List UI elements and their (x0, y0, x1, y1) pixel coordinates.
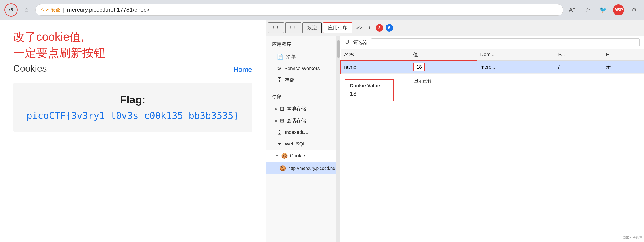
settings-button[interactable]: ⚙ (628, 4, 640, 16)
sidebar-item-cookie-label: Cookie (290, 153, 305, 159)
sidebar-item-storage-app-label: 存储 (285, 77, 294, 84)
annotation-line2: 一定要点刷新按钮 (13, 46, 105, 59)
devtools-body: 应用程序 📄 清单 ⚙ Service Workers 🗄 存储 存储 ▶ (266, 36, 644, 242)
flag-label: Flag: (26, 94, 239, 106)
sidebar-item-cookie-url-label: http://mercury.picoctf.ne (288, 166, 335, 171)
refresh-button[interactable]: ↺ (345, 39, 350, 46)
info-badge: 6 (386, 24, 393, 32)
cookie-value-label: Cookie Value (350, 83, 389, 88)
sidebar-item-websql[interactable]: 🗄 Web SQL (266, 138, 336, 150)
expand-arrow-cookie: ▼ (275, 154, 279, 158)
sidebar-item-storage-app[interactable]: 🗄 存储 (266, 74, 336, 86)
table-row[interactable]: name 18 merc... / 余 (341, 60, 644, 74)
tab-application-label: 应用程序 (328, 24, 347, 31)
security-warning-text: 不安全 (46, 7, 60, 13)
add-tab-button[interactable]: + (366, 24, 374, 32)
home-link[interactable]: Home (234, 66, 252, 74)
localstorage-icon: ⊞ (280, 106, 284, 112)
col-header-value: 值 (410, 49, 477, 60)
devtools-tabs: ⬚ ⬚ 欢迎 应用程序 >> + 2 6 (266, 20, 644, 36)
manifest-icon: 📄 (277, 54, 284, 60)
devtools-main: ↺ 筛选器 名称 值 Dom... P... E (340, 36, 644, 242)
col-header-path: P... (555, 49, 603, 60)
reload-button[interactable]: ↺ (4, 3, 18, 16)
tab-inspector[interactable]: ⬚ (268, 22, 284, 33)
devtools-sidebar: 应用程序 📄 清单 ⚙ Service Workers 🗄 存储 存储 ▶ (266, 36, 336, 242)
cookie-table: 名称 值 Dom... P... E name 18 (340, 49, 644, 74)
sidebar-item-manifest-label: 清单 (286, 54, 296, 60)
url-text: mercury.picoctf.net:17781/check (67, 6, 149, 13)
devtools-panel: ⬚ ⬚ 欢迎 应用程序 >> + 2 6 应用程序 📄 清单 (266, 20, 644, 242)
annotation-line1: 改了cookie值, (13, 30, 84, 43)
expand-arrow-local: ▶ (274, 106, 278, 111)
reader-mode-button[interactable]: Aᴬ (566, 4, 578, 16)
sidebar-divider (266, 88, 336, 88)
favorites-button[interactable]: ☆ (582, 4, 593, 16)
sidebar-item-localstorage[interactable]: ▶ ⊞ 本地存储 (266, 103, 336, 115)
home-button[interactable]: ⌂ (21, 4, 32, 16)
sidebar-item-serviceworkers[interactable]: ⚙ Service Workers (266, 63, 336, 74)
cookie-url-icon: 🍪 (280, 165, 286, 171)
indexeddb-icon: 🗄 (277, 129, 282, 136)
address-bar: ⚠ 不安全 | mercury.picoctf.net:17781/check (35, 4, 563, 16)
csdn-watermark: CSDN 号码牌 (623, 236, 642, 240)
main-area: 改了cookie值, 一定要点刷新按钮 Cookies Home Flag: p… (0, 20, 644, 242)
cookie-value-panel: Cookie Value 18 (345, 79, 394, 101)
sidebar-item-indexeddb-label: IndexedDB (285, 130, 309, 135)
flag-value: picoCTF{3v3ry1_l0v3s_c00k135_bb3b3535} (26, 110, 239, 121)
col-header-extra: E (603, 49, 644, 60)
separator: | (63, 7, 64, 13)
page-content: 改了cookie值, 一定要点刷新按钮 Cookies Home Flag: p… (0, 20, 266, 242)
browser-actions: Aᴬ ☆ 🐦 ABP ⚙ (566, 4, 640, 16)
sidebar-item-sessionstorage-label: 会话存储 (286, 117, 306, 124)
col-header-name: 名称 (341, 49, 410, 60)
cookie-value-text: 18 (350, 90, 389, 98)
sidebar-item-localstorage-label: 本地存储 (286, 106, 306, 112)
console-icon: ⬚ (290, 24, 296, 31)
sidebar-item-sessionstorage[interactable]: ▶ ⊞ 会话存储 (266, 115, 336, 127)
tab-welcome-label: 欢迎 (307, 24, 317, 31)
sidebar-item-serviceworkers-label: Service Workers (284, 66, 320, 72)
show-decoded-row: 显示已解 (404, 76, 436, 86)
abp-badge: ABP (613, 4, 624, 16)
extension-button[interactable]: 🐦 (598, 4, 609, 16)
col-header-domain: Dom... (477, 49, 555, 60)
sidebar-scrollbar[interactable] (336, 36, 340, 242)
tab-application[interactable]: 应用程序 (323, 22, 352, 33)
sidebar-item-manifest[interactable]: 📄 清单 (266, 51, 336, 63)
sidebar-item-indexeddb[interactable]: 🗄 IndexedDB (266, 127, 336, 138)
flag-area: Flag: picoCTF{3v3ry1_l0v3s_c00k135_bb3b3… (13, 83, 252, 132)
sidebar-item-websql-label: Web SQL (285, 141, 306, 147)
storage-app-icon: 🗄 (277, 77, 282, 83)
cookies-title: Cookies (13, 63, 47, 74)
cookie-domain-cell: merc... (477, 60, 555, 74)
filter-bar: ↺ 筛选器 (340, 36, 644, 49)
more-tabs-button[interactable]: >> (353, 24, 364, 31)
inspector-icon: ⬚ (273, 24, 278, 31)
sessionstorage-icon: ⊞ (280, 118, 284, 124)
value-box: 18 (414, 63, 425, 71)
cookie-value-cell: 18 (410, 60, 477, 74)
filter-input[interactable] (371, 38, 640, 46)
tab-console[interactable]: ⬚ (285, 22, 301, 33)
expand-arrow-session: ▶ (274, 118, 278, 123)
browser-chrome: ↺ ⌂ ⚠ 不安全 | mercury.picoctf.net:17781/ch… (0, 0, 644, 20)
sidebar-app-section: 应用程序 (266, 38, 336, 51)
page-header: Cookies Home (13, 63, 252, 74)
show-decoded-label: 显示已解 (414, 78, 432, 84)
cookie-extra-cell: 余 (603, 60, 644, 74)
tab-welcome[interactable]: 欢迎 (302, 22, 322, 33)
show-decoded-checkbox[interactable] (409, 80, 412, 82)
sidebar-item-cookie[interactable]: ▼ 🍪 Cookie (266, 150, 336, 162)
cookie-name-cell: name (341, 60, 410, 74)
serviceworker-icon: ⚙ (277, 66, 282, 72)
error-badge: 2 (376, 24, 383, 32)
sidebar-scroll-thumb (337, 40, 340, 58)
sidebar-storage-section: 存储 (266, 90, 336, 103)
cookie-path-cell: / (555, 60, 603, 74)
filter-label: 筛选器 (353, 39, 368, 46)
websql-icon: 🗄 (277, 141, 282, 147)
sidebar-item-cookie-url[interactable]: 🍪 http://mercury.picoctf.ne (266, 162, 336, 174)
annotation-text: 改了cookie值, 一定要点刷新按钮 (13, 29, 252, 61)
security-warning-icon: ⚠ 不安全 (40, 7, 60, 13)
